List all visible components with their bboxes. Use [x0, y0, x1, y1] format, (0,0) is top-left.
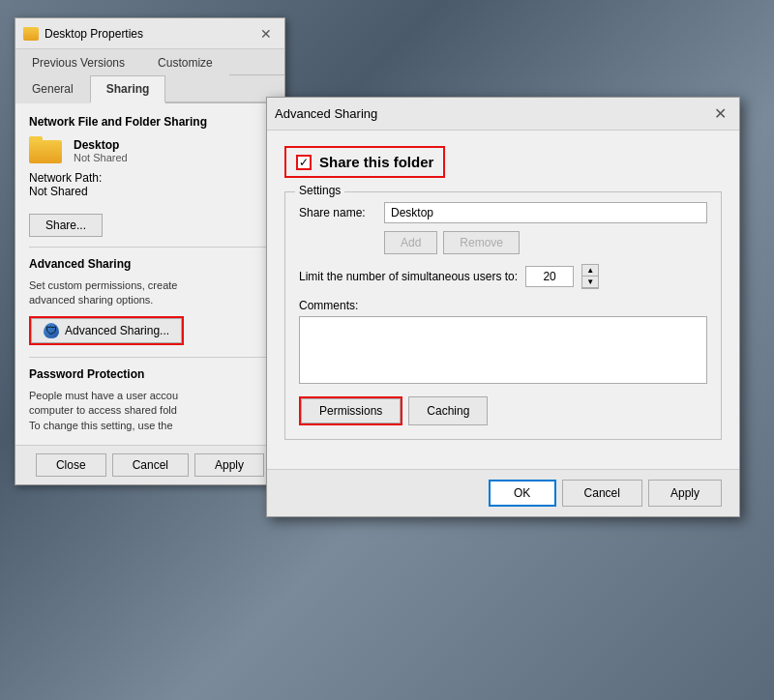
advanced-section-heading: Advanced Sharing — [29, 257, 271, 271]
folder-row: Desktop Not Shared — [29, 136, 271, 165]
comments-section: Comments: — [299, 299, 707, 387]
bottom-tab-bar: General Sharing — [15, 75, 284, 103]
adv-ok-button[interactable]: OK — [489, 480, 556, 507]
limit-input[interactable] — [525, 266, 574, 287]
password-heading: Password Protection — [29, 367, 271, 381]
apply-button[interactable]: Apply — [194, 453, 264, 477]
folder-info: Desktop Not Shared — [74, 138, 128, 163]
share-name-row: Share name: — [299, 202, 707, 223]
limit-row: Limit the number of simultaneous users t… — [299, 264, 707, 289]
close-button[interactable]: Close — [36, 453, 106, 477]
title-left: Desktop Properties — [23, 27, 143, 41]
tab-general[interactable]: General — [15, 75, 90, 103]
share-checkbox-container: ✓ Share this folder — [284, 146, 722, 178]
password-description: People must have a user accoucomputer to… — [29, 389, 271, 433]
spinner: ▲ ▼ — [581, 264, 599, 289]
adv-cancel-button[interactable]: Cancel — [562, 480, 642, 507]
add-remove-row: Add Remove — [299, 231, 707, 254]
tab-previous-versions[interactable]: Previous Versions — [15, 49, 141, 75]
settings-legend: Settings — [295, 184, 344, 197]
settings-group: Settings Share name: Add Remove Limit th… — [284, 191, 722, 440]
share-checkbox[interactable]: ✓ — [296, 155, 312, 170]
comments-label: Comments: — [299, 299, 707, 312]
advanced-description: Set custom permissions, createadvanced s… — [29, 278, 271, 308]
adv-titlebar: Advanced Sharing ✕ — [267, 98, 739, 131]
divider-2 — [29, 357, 271, 358]
folder-status-text: Not Shared — [74, 152, 128, 163]
adv-dialog-content: ✓ Share this folder Settings Share name:… — [267, 131, 739, 469]
large-folder-icon — [29, 136, 64, 165]
password-section: Password Protection People must have a u… — [29, 367, 271, 433]
spinner-down[interactable]: ▼ — [582, 277, 598, 288]
limit-label: Limit the number of simultaneous users t… — [299, 270, 518, 283]
cancel-button[interactable]: Cancel — [112, 453, 189, 477]
tab-sharing[interactable]: Sharing — [90, 75, 166, 103]
share-name-input[interactable] — [384, 202, 707, 223]
network-path-section: Network Path: Not Shared — [29, 171, 271, 198]
adv-close-button[interactable]: ✕ — [708, 102, 731, 126]
shield-icon — [44, 323, 59, 338]
advanced-sharing-button[interactable]: Advanced Sharing... — [31, 318, 182, 343]
tab-customize[interactable]: Customize — [141, 49, 229, 75]
folder-name-text: Desktop — [74, 138, 128, 152]
share-checkbox-outline: ✓ Share this folder — [284, 146, 445, 178]
adv-dialog-footer: OK Cancel Apply — [267, 469, 739, 516]
add-button[interactable]: Add — [384, 231, 437, 254]
main-titlebar: Desktop Properties ✕ — [15, 18, 284, 49]
network-path-value: Not Shared — [29, 185, 271, 198]
main-dialog-footer: Close Cancel Apply — [15, 445, 284, 484]
main-close-button[interactable]: ✕ — [255, 23, 277, 44]
remove-button[interactable]: Remove — [443, 231, 520, 254]
main-dialog-content: Network File and Folder Sharing Desktop … — [15, 103, 284, 445]
divider-1 — [29, 247, 271, 248]
permissions-btn-outline: Permissions — [299, 396, 402, 425]
advanced-sharing-btn-label: Advanced Sharing... — [65, 324, 169, 337]
advanced-sharing-section: Advanced Sharing Set custom permissions,… — [29, 257, 271, 345]
share-name-label: Share name: — [299, 206, 376, 219]
desktop-properties-dialog: Desktop Properties ✕ Previous Versions C… — [15, 17, 285, 485]
folder-icon — [23, 27, 39, 41]
share-folder-label: Share this folder — [319, 154, 433, 170]
advanced-sharing-dialog: Advanced Sharing ✕ ✓ Share this folder S… — [266, 97, 740, 517]
caching-button[interactable]: Caching — [408, 396, 488, 425]
comments-input[interactable] — [299, 316, 707, 384]
permissions-button[interactable]: Permissions — [301, 398, 401, 423]
network-path-label: Network Path: — [29, 171, 271, 185]
adv-apply-button[interactable]: Apply — [648, 480, 722, 507]
top-tab-bar: Previous Versions Customize — [15, 49, 284, 75]
share-button[interactable]: Share... — [29, 214, 103, 237]
perms-caching-row: Permissions Caching — [299, 396, 707, 425]
advanced-btn-red-outline: Advanced Sharing... — [29, 316, 184, 345]
main-dialog-title: Desktop Properties — [45, 27, 143, 41]
adv-dialog-title: Advanced Sharing — [275, 106, 377, 121]
network-section-heading: Network File and Folder Sharing — [29, 115, 271, 129]
spinner-up[interactable]: ▲ — [582, 265, 598, 277]
